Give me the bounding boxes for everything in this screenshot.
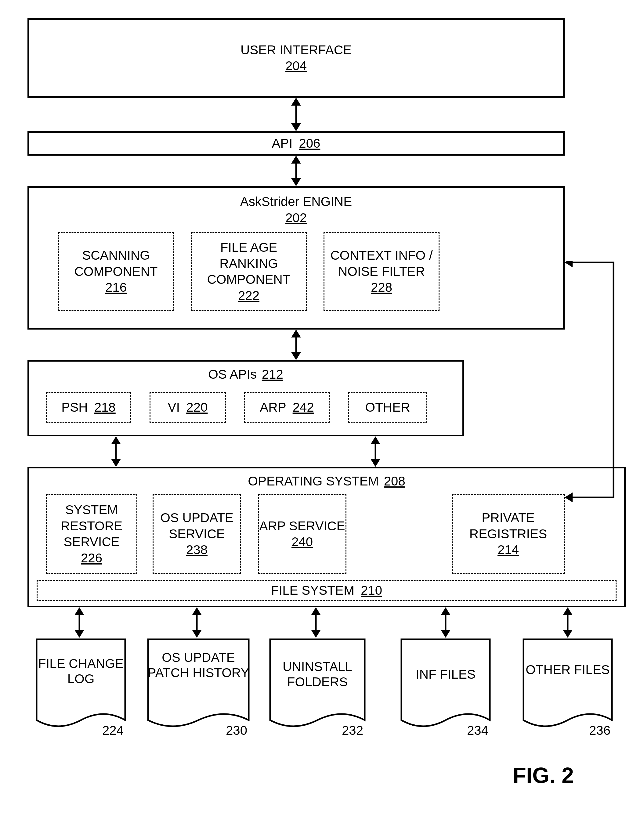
uninstall-folders-ref: 232 (342, 723, 363, 738)
system-restore-ref: 226 (81, 550, 102, 566)
os-apis-label: OS APIs (208, 366, 257, 383)
svg-marker-22 (311, 607, 321, 615)
inf-files-doc: INF FILES (400, 638, 491, 729)
arrow-engine-osapis (287, 329, 305, 360)
svg-marker-23 (311, 630, 321, 638)
svg-marker-8 (291, 352, 301, 360)
svg-marker-30 (565, 261, 573, 267)
scanning-component-ref: 216 (105, 280, 127, 296)
context-filter-label: CONTEXT INFO / NOISE FILTER (324, 248, 439, 280)
os-apis-ref: 212 (262, 366, 283, 383)
file-change-log-label: FILE CHANGE LOG (35, 656, 127, 687)
private-registries-label: PRIVATE REGISTRIES (452, 510, 564, 542)
svg-marker-26 (441, 630, 451, 638)
arp-service-label: ARP SERVICE (259, 518, 345, 534)
arrow-engine-privreg (565, 261, 626, 505)
operating-system-label: OPERATING SYSTEM (248, 473, 379, 490)
svg-marker-13 (371, 436, 380, 444)
os-update-service-box: OS UPDATE SERVICE 238 (153, 494, 241, 574)
arp-service-box: ARP SERVICE 240 (258, 494, 347, 574)
psh-ref: 218 (94, 400, 116, 416)
api-ref: 206 (299, 135, 320, 152)
api-label: API (272, 135, 293, 152)
file-age-ranking-ref: 222 (238, 288, 259, 304)
uninstall-folders-label: UNINSTALL FOLDERS (268, 659, 366, 690)
svg-marker-5 (291, 178, 301, 186)
arp-service-ref: 240 (291, 534, 313, 550)
svg-marker-28 (563, 607, 573, 615)
file-change-log-doc: FILE CHANGE LOG (35, 638, 127, 729)
other-files-doc: OTHER FILES (522, 638, 613, 729)
arrow-osapis-os-left (107, 436, 125, 467)
vi-label: VI (168, 400, 180, 416)
arrow-fs-uninstall (307, 607, 325, 638)
svg-marker-17 (75, 630, 84, 638)
figure-label: FIG. 2 (513, 763, 574, 788)
inf-files-label: INF FILES (400, 667, 491, 682)
svg-marker-14 (371, 459, 380, 467)
svg-marker-1 (291, 98, 301, 106)
api-box: API 206 (28, 131, 565, 156)
arrow-fs-inffiles (437, 607, 455, 638)
file-system-ref: 210 (361, 583, 382, 599)
user-interface-label: USER INTERFACE (241, 42, 352, 58)
svg-marker-25 (441, 607, 451, 615)
svg-marker-2 (291, 123, 301, 131)
os-update-service-label: OS UPDATE SERVICE (153, 510, 240, 542)
file-age-ranking-box: FILE AGE RANKING COMPONENT 222 (191, 232, 307, 311)
arrow-fs-otherfiles (558, 607, 577, 638)
other-files-ref: 236 (589, 723, 610, 738)
engine-ref: 202 (285, 210, 307, 226)
arp-label: ARP (260, 400, 286, 416)
svg-marker-19 (192, 607, 202, 615)
svg-marker-16 (75, 607, 84, 615)
svg-marker-11 (111, 459, 121, 467)
arrow-osapis-os-right (366, 436, 385, 467)
psh-label: PSH (61, 400, 87, 416)
uninstall-folders-doc: UNINSTALL FOLDERS (268, 638, 366, 729)
vi-box: VI 220 (150, 392, 226, 423)
arrow-api-engine (287, 156, 305, 186)
svg-marker-7 (291, 329, 301, 337)
system-restore-label: SYSTEM RESTORE SERVICE (47, 502, 136, 550)
arp-ref: 242 (293, 400, 314, 416)
svg-marker-31 (565, 493, 573, 502)
scanning-component-box: SCANNING COMPONENT 216 (58, 232, 174, 311)
vi-ref: 220 (186, 400, 207, 416)
context-filter-box: CONTEXT INFO / NOISE FILTER 228 (324, 232, 440, 311)
other-api-label: OTHER (365, 400, 410, 416)
arrow-ui-api (287, 98, 305, 131)
inf-files-ref: 234 (467, 723, 488, 738)
user-interface-ref: 204 (285, 58, 307, 74)
other-files-label: OTHER FILES (522, 662, 613, 677)
patch-history-ref: 230 (226, 723, 247, 738)
file-change-log-ref: 224 (102, 723, 124, 738)
system-restore-box: SYSTEM RESTORE SERVICE 226 (46, 494, 137, 574)
os-update-service-ref: 238 (186, 542, 207, 558)
psh-box: PSH 218 (46, 392, 131, 423)
svg-marker-20 (192, 630, 202, 638)
svg-marker-29 (563, 630, 573, 638)
svg-marker-4 (291, 156, 301, 164)
private-registries-box: PRIVATE REGISTRIES 214 (452, 494, 565, 574)
context-filter-ref: 228 (371, 280, 392, 296)
file-system-label: FILE SYSTEM (271, 583, 354, 599)
patch-history-label: OS UPDATE PATCH HISTORY (147, 650, 250, 681)
file-age-ranking-label: FILE AGE RANKING COMPONENT (192, 240, 306, 288)
svg-marker-10 (111, 436, 121, 444)
diagram-root: USER INTERFACE 204 API 206 AskStrider EN… (18, 18, 626, 801)
arp-box: ARP 242 (244, 392, 330, 423)
file-system-box: FILE SYSTEM 210 (37, 580, 616, 601)
engine-label: AskStrider ENGINE (240, 194, 352, 210)
patch-history-doc: OS UPDATE PATCH HISTORY (147, 638, 250, 729)
operating-system-ref: 208 (384, 473, 405, 490)
private-registries-ref: 214 (497, 542, 519, 558)
arrow-fs-filechange (70, 607, 89, 638)
scanning-component-label: SCANNING COMPONENT (59, 248, 173, 280)
arrow-fs-patchhist (188, 607, 206, 638)
other-api-box: OTHER (348, 392, 427, 423)
user-interface-box: USER INTERFACE 204 (28, 18, 565, 98)
